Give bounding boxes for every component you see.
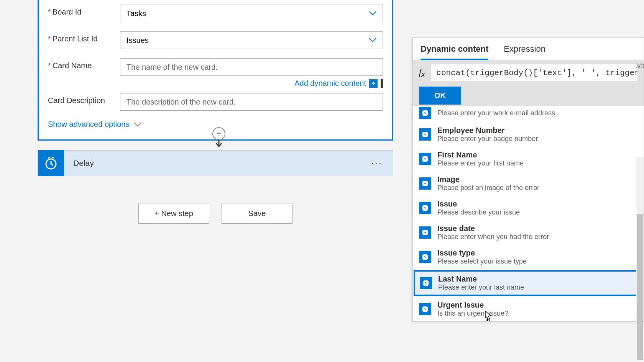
content-item-issue-date[interactable]: Issue datePlease enter when you had the … xyxy=(413,220,644,245)
arrow-down-icon xyxy=(215,139,223,149)
dynamic-content-panel: Dynamic content Expression fx concat(tri… xyxy=(412,38,644,322)
item-title: Urgent Issue xyxy=(437,301,508,310)
item-desc: Please enter your work e-mail address xyxy=(437,109,555,117)
trigger-icon xyxy=(419,202,431,214)
chevron-down-icon xyxy=(369,36,376,44)
formula-row: fx concat(triggerBody()['text'], ' ', tr… xyxy=(413,61,644,85)
card-description-input[interactable]: The description of the new card. xyxy=(120,93,383,111)
content-item-issue-type[interactable]: Issue typePlease select your issue type xyxy=(413,245,644,269)
card-description-input-wrap: The description of the new card. xyxy=(120,93,383,111)
item-title: Issue date xyxy=(437,224,549,233)
chevron-down-icon xyxy=(369,10,376,18)
board-id-label: *Board Id xyxy=(48,5,120,16)
item-text: Issue datePlease enter when you had the … xyxy=(437,224,549,241)
card-description-label: Card Description xyxy=(48,93,120,105)
add-step-circle-icon[interactable]: + xyxy=(212,127,225,140)
item-desc: Please enter your first name xyxy=(437,159,524,167)
item-text: Urgent IssueIs this an urgent issue? xyxy=(437,301,508,318)
content-item-employee-number[interactable]: Employee NumberPlease enter your badge n… xyxy=(413,122,644,147)
add-dynamic-content-link[interactable]: Add dynamic content xyxy=(294,79,366,88)
board-id-value: Tasks xyxy=(127,9,146,18)
trigger-icon xyxy=(419,303,431,315)
delay-label: Delay xyxy=(64,159,371,168)
parent-list-value: Issues xyxy=(127,36,149,45)
item-text: Please enter your work e-mail address xyxy=(437,109,555,117)
item-text: IssuePlease describe your issue xyxy=(437,200,520,216)
item-text: Issue typePlease select your issue type xyxy=(437,249,527,265)
parent-list-input-wrap: Issues xyxy=(120,31,383,49)
scroll-thumb[interactable] xyxy=(637,214,643,360)
card-name-input-wrap: The name of the new card. Add dynamic co… xyxy=(120,58,383,88)
more-options-icon[interactable]: ··· xyxy=(371,157,393,169)
content-item-last-name[interactable]: Last NamePlease enter your last name xyxy=(414,270,641,296)
card-description-row: Card Description The description of the … xyxy=(48,88,383,115)
content-item-issue[interactable]: IssuePlease describe your issue xyxy=(413,196,644,220)
item-desc: Please enter your last name xyxy=(438,283,524,292)
trigger-icon xyxy=(420,277,432,289)
item-title: Issue type xyxy=(437,249,527,257)
card-name-input[interactable]: The name of the new card. xyxy=(120,58,383,76)
required-star: * xyxy=(48,61,51,70)
required-star: * xyxy=(48,8,51,16)
trigger-icon xyxy=(419,251,431,263)
plus-badge-icon[interactable]: + xyxy=(369,79,378,88)
panel-tabs: Dynamic content Expression xyxy=(413,38,644,61)
item-title: First Name xyxy=(437,151,524,159)
content-item-email[interactable]: Please enter your work e-mail address xyxy=(413,106,644,122)
delay-clock-icon xyxy=(38,150,64,176)
card-name-label: *Card Name xyxy=(48,58,120,70)
trigger-icon xyxy=(419,153,431,165)
new-step-button[interactable]: + New step xyxy=(138,203,209,224)
add-dynamic-content-row: Add dynamic content + xyxy=(120,79,383,88)
content-item-image[interactable]: ImagePlease post an image of the error xyxy=(413,171,644,196)
tab-dynamic-content[interactable]: Dynamic content xyxy=(421,44,488,60)
card-name-row: *Card Name The name of the new card. Add… xyxy=(48,54,383,88)
page-indicator: 3/3 xyxy=(636,63,644,70)
item-desc: Please enter when you had the error xyxy=(437,233,549,241)
item-title: Employee Number xyxy=(437,126,538,135)
delay-step[interactable]: Delay ··· xyxy=(38,150,393,176)
advanced-options-label: Show advanced options xyxy=(48,120,129,129)
required-star: * xyxy=(48,34,51,43)
item-text: First NamePlease enter your first name xyxy=(437,151,524,167)
content-item-urgent-issue[interactable]: Urgent IssueIs this an urgent issue? xyxy=(413,297,644,321)
create-card-form: *Board Id Tasks *Parent List Id Issues *… xyxy=(38,0,393,141)
trigger-icon xyxy=(419,128,431,141)
fx-icon: fx xyxy=(419,67,426,79)
parent-list-select[interactable]: Issues xyxy=(120,31,383,49)
save-button[interactable]: Save xyxy=(222,203,292,224)
item-desc: Please enter your badge number xyxy=(437,135,538,143)
item-desc: Is this an urgent issue? xyxy=(437,310,508,318)
trigger-icon xyxy=(419,226,431,239)
scrollbar[interactable] xyxy=(636,157,644,321)
tab-expression[interactable]: Expression xyxy=(504,44,545,60)
item-title: Issue xyxy=(437,200,520,208)
action-buttons: + New step Save xyxy=(38,203,393,224)
content-item-first-name[interactable]: First NamePlease enter your first name xyxy=(413,147,644,171)
board-id-row: *Board Id Tasks xyxy=(48,0,383,27)
arrow-indicator xyxy=(381,79,383,88)
trigger-icon xyxy=(419,107,431,119)
board-id-input-wrap: Tasks xyxy=(120,5,383,22)
chevron-down-icon xyxy=(134,120,141,129)
dynamic-content-list: Please enter your work e-mail address Em… xyxy=(413,106,644,321)
parent-list-label: *Parent List Id xyxy=(48,31,120,43)
ok-button[interactable]: OK xyxy=(419,87,461,105)
item-desc: Please post an image of the error xyxy=(437,184,539,192)
item-title: Image xyxy=(437,175,539,184)
board-id-select[interactable]: Tasks xyxy=(120,5,383,22)
item-text: ImagePlease post an image of the error xyxy=(437,175,539,192)
item-desc: Please describe your issue xyxy=(437,208,520,216)
ok-button-row: OK xyxy=(413,85,644,106)
item-text: Last NamePlease enter your last name xyxy=(438,275,524,292)
formula-input[interactable]: concat(triggerBody()['text'], ' ', trigg… xyxy=(431,64,637,81)
item-desc: Please select your issue type xyxy=(437,257,527,265)
trigger-icon xyxy=(419,177,431,190)
flow-connector: + xyxy=(212,127,225,149)
item-title: Last Name xyxy=(438,275,524,283)
item-text: Employee NumberPlease enter your badge n… xyxy=(437,126,538,143)
parent-list-row: *Parent List Id Issues xyxy=(48,27,383,54)
